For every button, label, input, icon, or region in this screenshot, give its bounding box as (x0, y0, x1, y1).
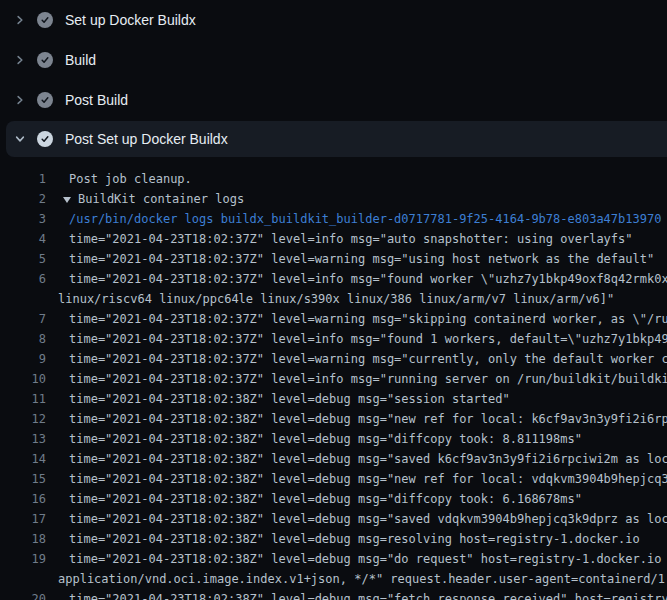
log-text: time="2021-04-23T18:02:38Z" level=debug … (69, 409, 667, 429)
log-line: 9time="2021-04-23T18:02:37Z" level=warni… (0, 349, 667, 369)
check-circle-icon (37, 52, 53, 68)
log-line: 1Post job cleanup. (0, 169, 667, 189)
log-text: time="2021-04-23T18:02:38Z" level=debug … (69, 389, 510, 409)
log-line: 4time="2021-04-23T18:02:37Z" level=info … (0, 229, 667, 249)
log-line: 19time="2021-04-23T18:02:38Z" level=debu… (0, 549, 667, 569)
line-number[interactable]: 20 (0, 589, 46, 600)
log-text: time="2021-04-23T18:02:37Z" level=warnin… (69, 309, 667, 329)
step-build[interactable]: Build (0, 40, 667, 80)
chevron-right-icon (12, 52, 28, 68)
log-text: time="2021-04-23T18:02:38Z" level=debug … (69, 509, 667, 529)
line-number[interactable]: 8 (0, 329, 46, 349)
log-text: time="2021-04-23T18:02:38Z" level=debug … (69, 489, 582, 509)
log-text: time="2021-04-23T18:02:38Z" level=debug … (69, 429, 582, 449)
log-text: time="2021-04-23T18:02:37Z" level=warnin… (69, 349, 667, 369)
line-number[interactable]: 19 (0, 549, 46, 569)
line-number[interactable]: 1 (0, 169, 46, 189)
log-text: time="2021-04-23T18:02:38Z" level=debug … (69, 589, 667, 600)
log-line: 6time="2021-04-23T18:02:37Z" level=info … (0, 269, 667, 289)
line-number[interactable]: 11 (0, 389, 46, 409)
step-set-up-docker-buildx[interactable]: Set up Docker Buildx (0, 0, 667, 40)
line-number[interactable]: 5 (0, 249, 46, 269)
log-line: linux/riscv64 linux/ppc64le linux/s390x … (0, 289, 667, 309)
line-number[interactable]: 9 (0, 349, 46, 369)
line-number[interactable]: 14 (0, 449, 46, 469)
log-text: time="2021-04-23T18:02:37Z" level=info m… (69, 369, 667, 389)
check-circle-icon (37, 131, 53, 147)
check-circle-icon (37, 92, 53, 108)
log-text: time="2021-04-23T18:02:38Z" level=debug … (69, 549, 667, 569)
log-group-line[interactable]: 2BuildKit container logs (0, 189, 667, 209)
step-post-set-up-docker-buildx[interactable]: Post Set up Docker Buildx (6, 121, 667, 157)
line-number[interactable]: 17 (0, 509, 46, 529)
log-text: Post job cleanup. (69, 169, 192, 189)
line-number[interactable]: 6 (0, 269, 46, 289)
log-line: 3/usr/bin/docker logs buildx_buildkit_bu… (0, 209, 667, 229)
log-text: time="2021-04-23T18:02:37Z" level=info m… (69, 329, 667, 349)
log-line: 11time="2021-04-23T18:02:38Z" level=debu… (0, 389, 667, 409)
log-line: 7time="2021-04-23T18:02:37Z" level=warni… (0, 309, 667, 329)
step-label: Build (65, 52, 96, 68)
log-line: application/vnd.oci.image.index.v1+json,… (0, 569, 667, 589)
workflow-log-viewer: Set up Docker Buildx Build Post Build (0, 0, 667, 600)
line-number[interactable]: 12 (0, 409, 46, 429)
log-text: time="2021-04-23T18:02:38Z" level=debug … (69, 469, 667, 489)
log-line: 12time="2021-04-23T18:02:38Z" level=debu… (0, 409, 667, 429)
triangle-down-icon[interactable] (63, 197, 71, 203)
step-label: Post Set up Docker Buildx (65, 131, 228, 147)
log-line: 15time="2021-04-23T18:02:38Z" level=debu… (0, 469, 667, 489)
log-output: 1Post job cleanup.2BuildKit container lo… (0, 169, 667, 600)
log-text: time="2021-04-23T18:02:38Z" level=debug … (69, 449, 667, 469)
log-line: 16time="2021-04-23T18:02:38Z" level=debu… (0, 489, 667, 509)
log-line: 10time="2021-04-23T18:02:37Z" level=info… (0, 369, 667, 389)
line-number[interactable]: 18 (0, 529, 46, 549)
log-text: time="2021-04-23T18:02:37Z" level=info m… (69, 269, 667, 289)
log-text: application/vnd.oci.image.index.v1+json,… (58, 569, 667, 589)
log-line: 18time="2021-04-23T18:02:38Z" level=debu… (0, 529, 667, 549)
log-line: 14time="2021-04-23T18:02:38Z" level=debu… (0, 449, 667, 469)
log-line: 17time="2021-04-23T18:02:38Z" level=debu… (0, 509, 667, 529)
chevron-down-icon (12, 131, 28, 147)
log-line: 5time="2021-04-23T18:02:37Z" level=warni… (0, 249, 667, 269)
log-line: 13time="2021-04-23T18:02:38Z" level=debu… (0, 429, 667, 449)
log-text: BuildKit container logs (78, 189, 244, 209)
check-circle-icon (37, 12, 53, 28)
log-text: time="2021-04-23T18:02:37Z" level=info m… (69, 229, 633, 249)
step-post-build[interactable]: Post Build (0, 80, 667, 120)
log-line: 20time="2021-04-23T18:02:38Z" level=debu… (0, 589, 667, 600)
chevron-right-icon (12, 92, 28, 108)
line-number[interactable]: 3 (0, 209, 46, 229)
line-number[interactable]: 10 (0, 369, 46, 389)
line-number[interactable]: 2 (0, 189, 46, 209)
log-line: 8time="2021-04-23T18:02:37Z" level=info … (0, 329, 667, 349)
step-list: Set up Docker Buildx Build Post Build (0, 0, 667, 157)
line-number[interactable]: 13 (0, 429, 46, 449)
line-number[interactable]: 15 (0, 469, 46, 489)
line-number[interactable]: 7 (0, 309, 46, 329)
log-text: time="2021-04-23T18:02:38Z" level=debug … (69, 529, 640, 549)
log-text: /usr/bin/docker logs buildx_buildkit_bui… (69, 209, 661, 229)
log-text: linux/riscv64 linux/ppc64le linux/s390x … (58, 289, 614, 309)
line-number[interactable]: 4 (0, 229, 46, 249)
log-text: time="2021-04-23T18:02:37Z" level=warnin… (69, 249, 654, 269)
chevron-right-icon (12, 12, 28, 28)
step-label: Set up Docker Buildx (65, 12, 196, 28)
line-number[interactable]: 16 (0, 489, 46, 509)
step-label: Post Build (65, 92, 128, 108)
